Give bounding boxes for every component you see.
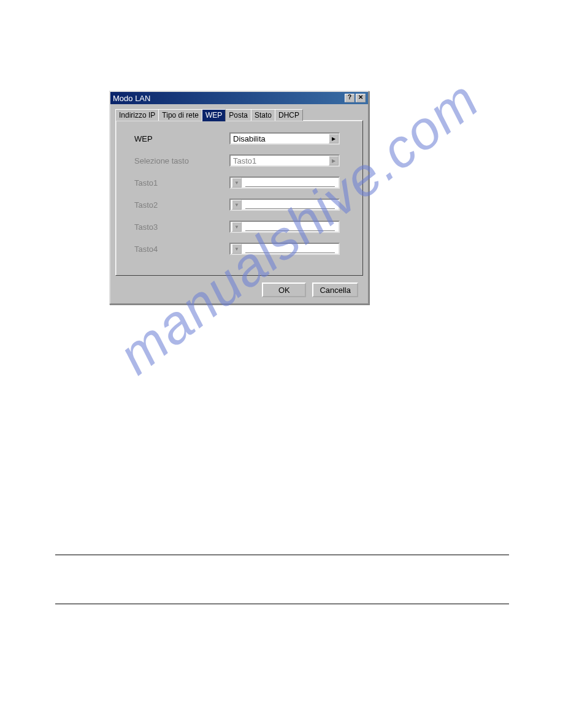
help-button[interactable]: ? [345, 94, 354, 102]
row-key1: Tasto1 ▼ [134, 176, 350, 189]
chevron-right-icon: ▶ [329, 156, 339, 165]
key3-field: ▼ [229, 221, 340, 233]
key3-label: Tasto3 [134, 222, 229, 232]
titlebar-buttons: ? ✕ [345, 94, 366, 102]
chevron-down-icon: ▼ [232, 178, 242, 188]
key1-field: ▼ [229, 176, 340, 189]
selection-dropdown: Tasto1 ▶ [229, 154, 340, 167]
key2-input [245, 200, 335, 209]
tab-wep[interactable]: WEP [202, 109, 226, 121]
row-selection: Selezione tasto Tasto1 ▶ [134, 154, 350, 167]
cancel-button[interactable]: Cancella [312, 282, 358, 297]
dialog-title: Modo LAN [113, 94, 150, 103]
key4-field: ▼ [229, 243, 340, 255]
key4-input [245, 245, 335, 253]
selection-label: Selezione tasto [134, 156, 229, 165]
close-button[interactable]: ✕ [356, 94, 366, 102]
row-key3: Tasto3 ▼ [134, 220, 350, 233]
key3-input [245, 222, 335, 231]
titlebar: Modo LAN ? ✕ [110, 92, 368, 104]
key4-label: Tasto4 [134, 245, 229, 254]
tab-dhcp[interactable]: DHCP [275, 109, 303, 121]
chevron-right-icon[interactable]: ▶ [329, 134, 339, 143]
row-key2: Tasto2 ▼ [134, 198, 350, 211]
key2-label: Tasto2 [134, 200, 229, 210]
dialog-window: Modo LAN ? ✕ Indirizzo IP Tipo di rete W… [109, 91, 369, 305]
wep-label: WEP [134, 134, 229, 143]
horizontal-rule [55, 604, 509, 604]
selection-value: Tasto1 [231, 156, 329, 165]
chevron-down-icon: ▼ [232, 222, 242, 232]
button-row: OK Cancella [115, 282, 363, 297]
row-key4: Tasto4 ▼ [134, 242, 350, 256]
chevron-down-icon: ▼ [232, 244, 242, 254]
dialog-body: Indirizzo IP Tipo di rete WEP Posta Stat… [110, 104, 368, 303]
tab-strip: Indirizzo IP Tipo di rete WEP Posta Stat… [115, 109, 363, 121]
wep-dropdown[interactable]: Disabilita ▶ [229, 132, 340, 145]
tab-indirizzo-ip[interactable]: Indirizzo IP [115, 109, 159, 121]
tab-tipo-di-rete[interactable]: Tipo di rete [158, 109, 202, 121]
ok-button[interactable]: OK [262, 282, 306, 297]
tab-stato[interactable]: Stato [251, 109, 275, 121]
row-wep: WEP Disabilita ▶ [134, 132, 350, 145]
horizontal-rule [55, 555, 509, 555]
tab-panel: WEP Disabilita ▶ Selezione tasto Tasto1 … [115, 120, 363, 276]
tab-posta[interactable]: Posta [225, 109, 251, 121]
key2-field: ▼ [229, 199, 340, 211]
key1-input [245, 178, 335, 187]
chevron-down-icon: ▼ [232, 200, 242, 210]
key1-label: Tasto1 [134, 178, 229, 188]
wep-value: Disabilita [231, 134, 329, 143]
